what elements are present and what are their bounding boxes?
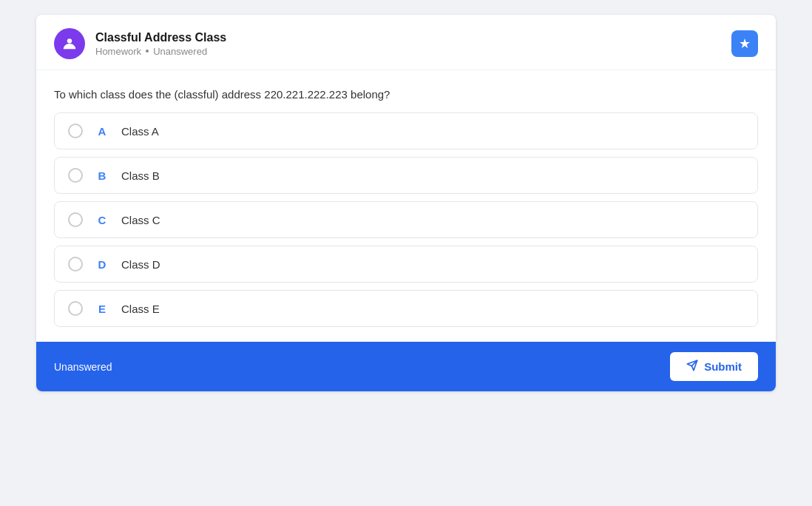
option-label-e: Class E [121,303,160,315]
option-radio-b[interactable] [68,168,83,183]
svg-point-1 [64,47,67,50]
option-item-a[interactable]: AClass A [54,112,758,149]
meta-status: Unanswered [153,46,207,57]
option-letter-c: C [95,214,109,226]
svg-point-0 [67,38,72,43]
submit-button[interactable]: Submit [670,352,758,381]
option-item-e[interactable]: EClass E [54,290,758,327]
submit-label: Submit [704,360,742,373]
option-letter-a: A [95,125,109,138]
option-letter-b: B [95,169,109,182]
option-radio-e[interactable] [68,301,83,316]
star-button[interactable]: ★ [731,30,758,57]
options-list: AClass ABClass BCClass CDClass DEClass E [36,112,776,342]
option-letter-d: D [95,258,109,271]
option-label-b: Class B [121,169,160,182]
card-footer: Unanswered Submit [36,342,776,391]
header-meta: Homework Unanswered [95,46,226,57]
quiz-card: Classful Address Class Homework Unanswer… [36,15,776,391]
svg-point-2 [72,47,75,50]
card-header: Classful Address Class Homework Unanswer… [36,15,776,70]
header-left: Classful Address Class Homework Unanswer… [54,28,226,59]
option-radio-c[interactable] [68,212,83,227]
avatar [54,28,85,59]
option-label-a: Class A [121,125,159,138]
star-icon: ★ [739,36,751,52]
option-item-d[interactable]: DClass D [54,246,758,283]
send-icon [686,360,698,374]
option-radio-a[interactable] [68,124,83,138]
option-label-d: Class D [121,258,160,271]
question-text: To which class does the (classful) addre… [36,70,776,112]
option-label-c: Class C [121,214,160,226]
option-radio-d[interactable] [68,257,83,271]
option-letter-e: E [95,303,109,315]
meta-separator [146,50,149,53]
header-info: Classful Address Class Homework Unanswer… [95,31,226,57]
footer-status: Unanswered [54,361,112,373]
option-item-b[interactable]: BClass B [54,157,758,194]
card-title: Classful Address Class [95,31,226,44]
option-item-c[interactable]: CClass C [54,201,758,238]
meta-type: Homework [95,46,141,57]
